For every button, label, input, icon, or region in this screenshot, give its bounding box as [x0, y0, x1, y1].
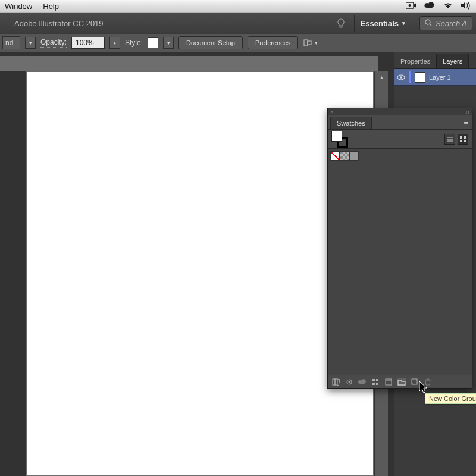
- collapse-icon[interactable]: ‹‹: [465, 109, 469, 115]
- scroll-up-icon[interactable]: ▴: [375, 71, 388, 82]
- svg-point-2: [425, 20, 430, 24]
- align-button[interactable]: ▾: [303, 39, 318, 47]
- svg-point-1: [409, 4, 411, 7]
- opacity-input[interactable]: 100%: [71, 37, 105, 49]
- chevron-down-icon: ▾: [402, 20, 405, 26]
- volume-icon[interactable]: [461, 1, 471, 11]
- show-swatch-kinds-icon[interactable]: [371, 378, 380, 386]
- swatches-panel: × ‹‹ Swatches ≡: [327, 108, 472, 389]
- style-dropdown-arrow[interactable]: ▾: [163, 37, 174, 49]
- svg-point-7: [400, 76, 402, 79]
- thumbnail-view-button[interactable]: [458, 134, 468, 145]
- swatches-titlebar[interactable]: × ‹‹: [328, 108, 472, 115]
- swatch-library-menu-icon[interactable]: [331, 378, 341, 386]
- new-swatch-icon[interactable]: [410, 378, 419, 386]
- new-color-group-icon[interactable]: [397, 378, 406, 386]
- svg-rect-16: [335, 379, 337, 385]
- artboard-canvas[interactable]: [26, 71, 374, 476]
- tab-swatches[interactable]: Swatches: [330, 117, 372, 129]
- layer-name[interactable]: Layer 1: [429, 74, 451, 81]
- svg-rect-19: [372, 379, 375, 381]
- svg-point-18: [349, 381, 350, 383]
- menu-window[interactable]: Window: [5, 2, 32, 11]
- learn-icon[interactable]: [336, 18, 346, 28]
- document-setup-button[interactable]: Document Setup: [178, 36, 243, 49]
- search-icon: [425, 19, 432, 28]
- list-view-button[interactable]: [444, 134, 455, 145]
- wifi-icon[interactable]: [443, 1, 453, 11]
- fill-stroke-indicator[interactable]: [331, 131, 348, 148]
- svg-rect-20: [376, 379, 378, 381]
- close-icon[interactable]: ×: [330, 109, 334, 115]
- svg-rect-23: [386, 379, 392, 385]
- layer-thumbnail: [415, 72, 425, 83]
- swatch-options-icon[interactable]: [384, 378, 393, 386]
- search-placeholder: Search A: [436, 19, 467, 28]
- swatch-none[interactable]: [330, 151, 340, 161]
- screen-record-icon[interactable]: [406, 2, 416, 11]
- svg-rect-13: [460, 140, 462, 142]
- graphic-style-swatch[interactable]: [148, 37, 158, 48]
- control-bar: nd ▾ Opacity: 100% ▸ Style: ▾ Document S…: [0, 33, 476, 52]
- svg-line-3: [430, 24, 431, 26]
- tab-layers[interactable]: Layers: [436, 54, 469, 68]
- app-title: Adobe Illustrator CC 2019: [14, 19, 104, 28]
- swatch-registration[interactable]: [340, 151, 349, 161]
- creative-cloud-icon[interactable]: [424, 1, 436, 11]
- layer-color-strip: [409, 71, 411, 83]
- svg-rect-4: [304, 40, 308, 46]
- svg-rect-14: [464, 140, 466, 142]
- app-header: Adobe Illustrator CC 2019 Essentials ▾ S…: [0, 13, 476, 33]
- preferences-button[interactable]: Preferences: [248, 36, 298, 49]
- menu-help[interactable]: Help: [43, 2, 59, 11]
- menubar-status-icons: [406, 1, 471, 11]
- svg-rect-21: [372, 383, 375, 385]
- svg-rect-22: [376, 383, 378, 385]
- library-menu-icon[interactable]: [345, 378, 354, 386]
- blend-mode-select[interactable]: nd: [2, 36, 20, 49]
- panel-tabs: Properties Layers: [394, 52, 476, 69]
- workspace-switcher[interactable]: Essentials ▾: [354, 15, 411, 32]
- svg-rect-15: [333, 379, 335, 385]
- panel-menu-icon[interactable]: ≡: [464, 118, 468, 127]
- opacity-label[interactable]: Opacity:: [40, 38, 67, 48]
- swatches-grid[interactable]: [328, 149, 472, 375]
- macos-menubar: Window Help: [0, 0, 476, 13]
- tooltip: New Color Group: [425, 393, 476, 404]
- tab-properties[interactable]: Properties: [394, 54, 436, 68]
- delete-swatch-icon: [423, 378, 433, 386]
- document-tab-strip: [0, 56, 378, 71]
- swatch-item[interactable]: [349, 151, 359, 161]
- blend-dropdown-arrow[interactable]: ▾: [25, 37, 36, 49]
- fill-swatch[interactable]: [331, 131, 342, 142]
- svg-rect-5: [308, 41, 311, 45]
- style-label: Style:: [125, 39, 143, 47]
- search-box[interactable]: Search A: [419, 16, 472, 30]
- visibility-icon[interactable]: [397, 73, 405, 82]
- swatches-footer: [328, 375, 472, 388]
- add-to-library-icon[interactable]: [358, 378, 367, 386]
- layer-row[interactable]: Layer 1: [394, 69, 476, 86]
- svg-rect-12: [464, 136, 466, 139]
- opacity-dropdown-arrow[interactable]: ▸: [109, 37, 120, 49]
- svg-rect-11: [460, 136, 462, 139]
